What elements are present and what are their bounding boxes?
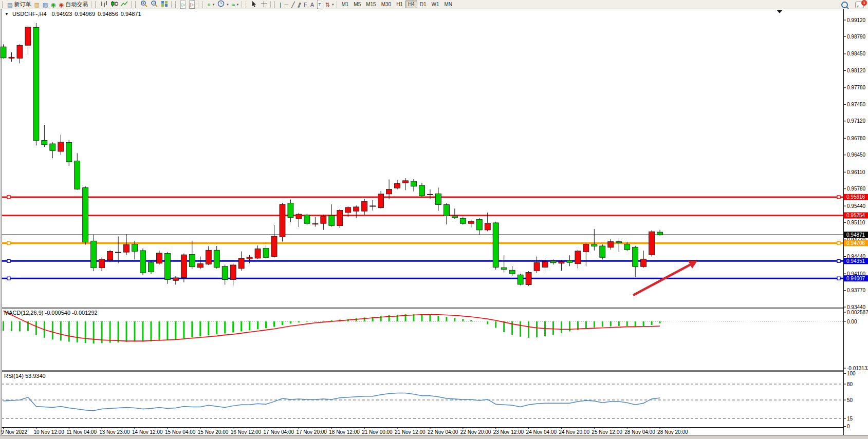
signal-icon: ◉ bbox=[51, 1, 56, 8]
line-icon bbox=[121, 0, 128, 9]
template-icon: ≈ bbox=[232, 1, 235, 8]
window-bottom-strip bbox=[0, 435, 868, 439]
line-handle[interactable] bbox=[7, 259, 10, 262]
hline-icon: ─ bbox=[284, 1, 288, 8]
cursor-button[interactable] bbox=[250, 1, 258, 8]
toolbar: ▤新订单▥▨◉◉自动交易▷▷+▾▾≈▾|─╱∥FAT⇅▾M1M5M15M30H1… bbox=[0, 0, 868, 9]
chart-shift-icon: ▷ bbox=[189, 1, 195, 9]
timeframe-button-H1[interactable]: H1 bbox=[394, 1, 405, 8]
fibonacci-button[interactable]: F bbox=[303, 1, 308, 8]
line-handle[interactable] bbox=[837, 196, 840, 199]
price-badge-label: 0.94871 bbox=[846, 232, 865, 238]
hline-button[interactable]: ─ bbox=[283, 1, 289, 8]
timeframe-button-M30[interactable]: M30 bbox=[379, 1, 394, 8]
candle bbox=[181, 255, 187, 277]
candle bbox=[230, 265, 236, 279]
candle bbox=[288, 203, 293, 218]
new-order-button-label: 新订单 bbox=[14, 1, 31, 8]
chevron-down-icon[interactable]: ▼ bbox=[5, 12, 9, 16]
market-watch-button[interactable]: ▥ bbox=[33, 1, 40, 8]
zoom-in-button[interactable] bbox=[139, 1, 149, 8]
trendline-button[interactable]: ╱ bbox=[290, 1, 296, 8]
candle bbox=[452, 216, 457, 218]
chevron-down-icon[interactable]: ▾ bbox=[237, 3, 239, 7]
new-order-button[interactable]: ▤新订单 bbox=[6, 1, 32, 8]
bars-mode-button[interactable] bbox=[99, 1, 108, 8]
trend-arrow-annotation[interactable] bbox=[633, 263, 693, 295]
chart-shift-button[interactable]: ▷ bbox=[188, 1, 196, 8]
signals-button[interactable]: ◉ bbox=[50, 1, 57, 8]
line-handle[interactable] bbox=[837, 241, 840, 244]
text-button[interactable]: A bbox=[309, 1, 315, 8]
chevron-down-icon[interactable]: ▾ bbox=[227, 3, 229, 7]
candle bbox=[222, 266, 228, 280]
line-handle[interactable] bbox=[837, 259, 840, 262]
time-axis-label: 28 Nov 04:00 bbox=[624, 429, 655, 435]
auto-trading-button[interactable]: ◉自动交易 bbox=[58, 1, 89, 8]
toolbar-separator bbox=[337, 1, 337, 8]
search-icon[interactable] bbox=[841, 2, 848, 8]
candle bbox=[624, 244, 630, 250]
timeframe-button-M15[interactable]: M15 bbox=[363, 1, 378, 8]
chevron-down-icon[interactable]: ▾ bbox=[332, 3, 334, 7]
candle bbox=[132, 244, 138, 251]
timeframe-button-W1[interactable]: W1 bbox=[429, 1, 442, 8]
arrows-icon: ⇅ bbox=[325, 1, 330, 8]
chart-forward-button[interactable]: ▷ bbox=[179, 1, 187, 8]
toolbar-grip bbox=[175, 1, 178, 8]
candles-mode-button[interactable] bbox=[109, 1, 119, 8]
notifications-icon[interactable]: 1 bbox=[855, 2, 864, 8]
candle bbox=[575, 251, 581, 264]
timeframe-button-MN[interactable]: MN bbox=[442, 1, 455, 8]
chart-canvas[interactable]: 0.991200.987900.984500.981200.977800.974… bbox=[0, 0, 868, 439]
chevron-down-icon[interactable]: ▾ bbox=[213, 3, 215, 7]
candle bbox=[263, 249, 269, 258]
candle bbox=[197, 264, 203, 268]
toolbar-separator bbox=[131, 1, 132, 8]
vline-button[interactable]: | bbox=[279, 1, 282, 8]
zoom-out-button[interactable] bbox=[150, 1, 159, 8]
timeframe-button-M5[interactable]: M5 bbox=[351, 1, 363, 8]
label-button[interactable]: T bbox=[316, 1, 323, 8]
candle bbox=[156, 253, 162, 263]
candle bbox=[395, 183, 400, 188]
macd-axis-label: 0.002587 bbox=[847, 310, 868, 315]
data-window-button[interactable]: ▨ bbox=[42, 1, 49, 8]
candle bbox=[247, 257, 252, 259]
candle bbox=[42, 140, 47, 144]
candle bbox=[337, 211, 343, 226]
arrows-button[interactable]: ⇅▾ bbox=[324, 1, 335, 8]
candle bbox=[17, 45, 23, 58]
price-badge-label: 0.95616 bbox=[846, 194, 865, 200]
chart-shift-marker-icon[interactable] bbox=[777, 10, 783, 13]
fibo-icon: F bbox=[304, 1, 307, 8]
line-handle[interactable] bbox=[7, 277, 10, 280]
new-order-icon: ▤ bbox=[7, 1, 12, 8]
data-window-icon: ▨ bbox=[43, 1, 48, 8]
period-menu-button[interactable]: ▾ bbox=[216, 1, 230, 8]
add-indicator-button[interactable]: +▾ bbox=[206, 1, 215, 8]
template-menu-button[interactable]: ≈▾ bbox=[231, 1, 240, 8]
candle bbox=[362, 201, 367, 211]
line-mode-button[interactable] bbox=[120, 1, 129, 8]
price-badge-label: 0.95254 bbox=[846, 213, 865, 218]
candle bbox=[91, 241, 97, 268]
candle bbox=[518, 275, 523, 284]
time-axis-label: 24 Nov 04:00 bbox=[526, 429, 557, 435]
channel-button[interactable]: ∥ bbox=[297, 1, 302, 8]
line-handle[interactable] bbox=[7, 196, 10, 199]
candle bbox=[616, 242, 622, 243]
candle bbox=[657, 232, 663, 235]
tile-windows-button[interactable] bbox=[160, 1, 169, 8]
toolbar-grip bbox=[202, 1, 205, 8]
price-tick-label: 0.99120 bbox=[847, 17, 866, 23]
line-handle[interactable] bbox=[7, 241, 10, 244]
line-handle[interactable] bbox=[837, 277, 840, 280]
timeframe-button-M1[interactable]: M1 bbox=[339, 1, 351, 8]
timeframe-button-D1[interactable]: D1 bbox=[417, 1, 429, 8]
timeframe-button-H4[interactable]: H4 bbox=[405, 1, 417, 8]
candle bbox=[312, 224, 318, 224]
candle bbox=[238, 258, 244, 269]
crosshair-button[interactable] bbox=[260, 1, 268, 8]
price-tick-label: 0.98450 bbox=[847, 51, 866, 56]
